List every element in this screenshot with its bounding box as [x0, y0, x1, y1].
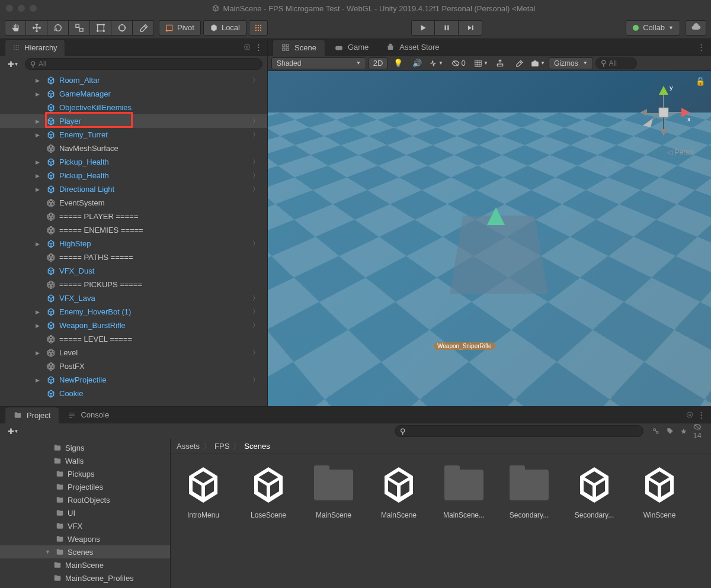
hierarchy-item-newprojectile[interactable]: ▶NewProjectile〉 [0, 373, 267, 387]
asset-losescene[interactable]: LoseScene [242, 464, 295, 519]
filter-type-icon[interactable] [652, 427, 660, 435]
breadcrumb-fps[interactable]: FPS [214, 442, 229, 451]
menu-icon[interactable]: ⋮ [255, 43, 262, 52]
menu-icon[interactable]: ⋮ [697, 410, 711, 419]
hierarchy-item-weaponburstrifle[interactable]: ▶Weapon_BurstRifle〉 [0, 319, 267, 332]
hierarchy-item-objectivekillenemies[interactable]: ObjectiveKillEnemies [0, 101, 267, 114]
asset-secondary[interactable]: Secondary... [568, 464, 621, 519]
pause-button[interactable] [435, 20, 459, 36]
tools-button[interactable] [511, 57, 527, 69]
tab-hierarchy[interactable]: Hierarchy [5, 39, 65, 56]
hierarchy-search-input[interactable]: ⚲ [25, 58, 262, 70]
collab-button[interactable]: Collab ▼ [626, 20, 680, 36]
close-window-icon[interactable] [6, 5, 13, 12]
asset-label: IntroMenu [187, 511, 219, 519]
folder-item-walls[interactable]: Walls [0, 454, 170, 467]
hierarchy-item-directionallight[interactable]: ▶Directional Light〉 [0, 182, 267, 196]
hierarchy-item-highstep[interactable]: ▶HighStep〉 [0, 237, 267, 250]
asset-mainscene[interactable]: MainScene [372, 464, 425, 519]
snap-button[interactable] [492, 57, 508, 69]
hidden-count-icon[interactable]: 14 [693, 423, 702, 440]
folder-item-mainscene[interactable]: MainScene [0, 558, 170, 571]
local-button[interactable]: Local [203, 20, 246, 36]
folder-item-mainscene_profiles[interactable]: MainScene_Profiles [0, 571, 170, 584]
move-tool-button[interactable] [26, 20, 47, 36]
hierarchy-item-vfxlava[interactable]: VFX_Lava〉 [0, 291, 267, 305]
tab-console[interactable]: Console [59, 407, 117, 423]
tab-project[interactable]: Project [5, 407, 59, 423]
hierarchy-item-gamemanager[interactable]: ▶GameManager [0, 87, 267, 101]
hierarchy-item-pickups[interactable]: ===== PICKUPS ===== [0, 278, 267, 291]
folder-item-rootobjects[interactable]: RootObjects [0, 493, 170, 506]
asset-winscene[interactable]: WinScene [633, 464, 686, 519]
pivot-button[interactable]: Pivot [159, 20, 201, 36]
rect-tool-button[interactable] [90, 20, 111, 36]
hierarchy-item-pickuphealth[interactable]: ▶Pickup_Health〉 [0, 155, 267, 169]
menu-icon[interactable]: ⋮ [697, 43, 711, 52]
transform-tool-button[interactable] [111, 20, 133, 36]
scale-tool-button[interactable] [69, 20, 90, 36]
hierarchy-item-eventsystem[interactable]: EventSystem [0, 196, 267, 210]
folder-item-scenes[interactable]: ▼Scenes [0, 545, 170, 558]
grid-snap-button[interactable] [249, 20, 268, 36]
hand-tool-button[interactable] [5, 20, 26, 36]
hierarchy-item-roomaltar[interactable]: ▶Room_Altar〉 [0, 73, 267, 87]
orientation-gizmo[interactable]: y x [634, 83, 693, 142]
breadcrumb-scenes[interactable]: Scenes [244, 442, 270, 451]
hierarchy-item-vfxdust[interactable]: VFX_Dust [0, 264, 267, 278]
hierarchy-item-navmeshsurface[interactable]: NavMeshSurface [0, 142, 267, 155]
hierarchy-item-cookie[interactable]: Cookie [0, 387, 267, 400]
project-search-input[interactable]: ⚲ [395, 425, 643, 437]
folder-item-ui[interactable]: UI [0, 506, 170, 519]
asset-intromenu[interactable]: IntroMenu [177, 464, 230, 519]
tab-game[interactable]: Game [326, 39, 377, 56]
folder-item-weapons[interactable]: Weapons [0, 532, 170, 545]
hierarchy-item-level[interactable]: ▶Level〉 [0, 346, 267, 359]
lock-icon[interactable]: ⦾ [244, 43, 250, 52]
grid-button[interactable]: ▼ [473, 57, 489, 69]
hierarchy-item-enemyturret[interactable]: ▶Enemy_Turret〉 [0, 128, 267, 142]
add-object-button[interactable]: ✚ ▼ [5, 58, 21, 70]
audio-button[interactable]: 🔊 [409, 57, 425, 69]
hierarchy-item-player[interactable]: ▶Player〉 [0, 114, 267, 128]
hidden-button[interactable]: 0 [447, 57, 470, 69]
hierarchy-item-enemyhoverbot1[interactable]: ▶Enemy_HoverBot (1)〉 [0, 305, 267, 319]
tab-asset-store[interactable]: Asset Store [378, 39, 447, 56]
cloud-button[interactable] [685, 20, 706, 36]
asset-mainscene[interactable]: MainScene... [437, 464, 491, 519]
mode-2d-button[interactable]: 2D [369, 57, 387, 69]
hierarchy-item-level[interactable]: ===== LEVEL ===== [0, 332, 267, 346]
asset-secondary[interactable]: Secondary... [502, 464, 556, 519]
lock-icon[interactable]: ⦾ [687, 410, 697, 420]
rotate-tool-button[interactable] [47, 20, 69, 36]
lock-icon[interactable]: 🔓 [696, 77, 705, 86]
camera-button[interactable]: ▼ [530, 57, 546, 69]
perspective-label[interactable]: ◁Persp [667, 148, 693, 156]
tab-scene[interactable]: Scene [273, 39, 325, 56]
hierarchy-item-player[interactable]: ===== PLAYER ===== [0, 210, 267, 223]
folder-item-projectiles[interactable]: Projectiles [0, 480, 170, 493]
shading-mode-dropdown[interactable]: Shaded▼ [271, 57, 366, 69]
fx-button[interactable]: ▼ [428, 57, 444, 69]
gizmos-dropdown[interactable]: Gizmos▼ [549, 57, 593, 69]
hierarchy-item-enemies[interactable]: ===== ENEMIES ===== [0, 223, 267, 237]
play-button[interactable] [411, 20, 435, 36]
breadcrumb-assets[interactable]: Assets [177, 442, 200, 451]
asset-mainscene[interactable]: MainScene [307, 464, 360, 519]
minimize-window-icon[interactable] [18, 5, 25, 12]
step-button[interactable] [459, 20, 482, 36]
hierarchy-item-postfx[interactable]: PostFX [0, 359, 267, 373]
maximize-window-icon[interactable] [30, 5, 37, 12]
scene-search-input[interactable]: ⚲ [595, 57, 637, 69]
scene-viewport[interactable]: 🔓 y x [268, 71, 711, 406]
hierarchy-item-paths[interactable]: ===== PATHS ===== [0, 250, 267, 264]
folder-item-signs[interactable]: Signs [0, 441, 170, 454]
favorite-icon[interactable]: ★ [680, 427, 687, 436]
folder-item-pickups[interactable]: Pickups [0, 467, 170, 480]
filter-label-icon[interactable] [666, 427, 674, 435]
lighting-button[interactable]: 💡 [390, 57, 406, 69]
add-asset-button[interactable]: ✚ ▼ [5, 425, 21, 437]
custom-tool-button[interactable] [133, 20, 154, 36]
hierarchy-item-pickuphealth[interactable]: ▶Pickup_Health〉 [0, 169, 267, 182]
folder-item-vfx[interactable]: VFX [0, 519, 170, 532]
